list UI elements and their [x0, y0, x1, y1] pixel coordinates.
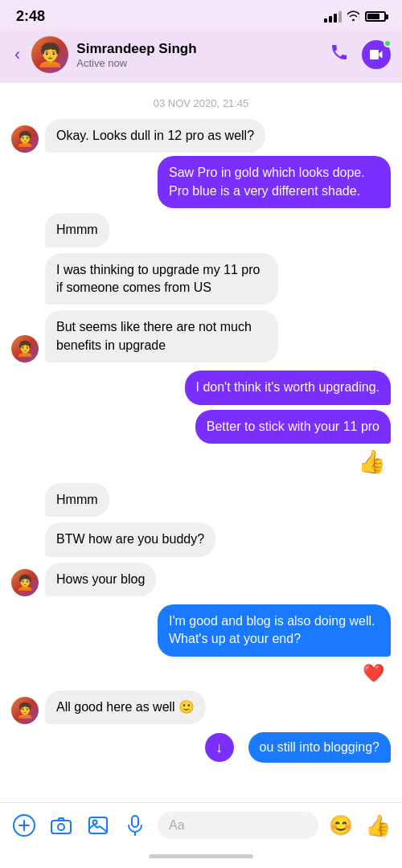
message-row: Better to stick with your 11 pro	[11, 410, 391, 444]
home-bar	[149, 854, 253, 858]
message-row: 🧑‍🦱 Okay. Looks dull in 12 pro as well?	[11, 119, 391, 153]
message-row: 🧑‍🦱 But seems like there are not much be…	[11, 310, 391, 362]
svg-rect-5	[132, 816, 138, 827]
mic-button[interactable]	[121, 811, 150, 840]
message-bubble: I'm good and blog is also doing well. Wh…	[158, 604, 391, 657]
message-bubble: BTW how are you buddy?	[45, 522, 215, 556]
message-bubble: Better to stick with your 11 pro	[195, 410, 391, 444]
sender-avatar: 🧑‍🦱	[11, 569, 39, 596]
chat-header: ‹ 🧑‍🦱 Simrandeep Singh Active now	[0, 30, 402, 83]
svg-point-4	[93, 821, 97, 825]
message-bubble: Hmmm	[45, 213, 109, 247]
message-bubble: Hmmm	[45, 483, 109, 517]
input-placeholder: Aa	[169, 818, 185, 833]
video-call-button[interactable]	[362, 40, 391, 69]
message-row: Saw Pro in gold which looks dope. Pro bl…	[11, 156, 391, 208]
home-indicator	[0, 848, 402, 868]
emoji-button[interactable]: 😊	[326, 811, 355, 840]
svg-point-2	[58, 824, 64, 830]
sender-avatar: 🧑‍🦱	[11, 335, 39, 362]
scroll-down-button[interactable]: ↓	[205, 733, 234, 762]
contact-status: Active now	[76, 57, 322, 69]
battery-icon	[365, 11, 386, 22]
message-bubble: I don't think it's worth upgrading.	[185, 371, 391, 404]
message-group: Hmmm	[45, 213, 391, 249]
contact-info: Simrandeep Singh Active now	[76, 41, 322, 69]
signal-icon	[324, 11, 342, 23]
emoji-message: 👍	[11, 448, 391, 475]
sender-avatar: 🧑‍🦱	[11, 697, 39, 724]
message-row: 🧑‍🦱 All good here as well 🙂	[11, 690, 391, 724]
svg-rect-1	[51, 821, 71, 833]
image-button[interactable]	[84, 811, 113, 840]
message-bubble: Saw Pro in gold which looks dope. Pro bl…	[158, 156, 391, 208]
message-row: ↓ ou still into blogging?	[11, 732, 391, 763]
camera-button[interactable]	[47, 811, 76, 840]
message-row: I'm good and blog is also doing well. Wh…	[11, 604, 391, 657]
date-separator: 03 NOV 2020, 21:45	[11, 97, 391, 109]
status-icons	[324, 10, 386, 23]
message-bubble: All good here as well 🙂	[45, 690, 206, 724]
heart-reaction: ❤️	[11, 663, 391, 684]
chat-area: 03 NOV 2020, 21:45 🧑‍🦱 Okay. Looks dull …	[0, 83, 402, 802]
message-row: 🧑‍🦱 Hows your blog	[11, 563, 391, 596]
status-time: 2:48	[16, 8, 45, 25]
message-bubble: ou still into blogging?	[248, 732, 391, 763]
avatar[interactable]: 🧑‍🦱	[31, 36, 68, 73]
message-group: I was thinking to upgrade my 11 pro if s…	[45, 253, 391, 308]
input-bar: Aa 😊 👍	[0, 802, 402, 848]
sender-avatar: 🧑‍🦱	[11, 125, 39, 153]
message-bubble: Okay. Looks dull in 12 pro as well?	[45, 119, 265, 153]
call-button[interactable]	[330, 43, 349, 67]
like-button[interactable]: 👍	[363, 811, 392, 840]
status-bar: 2:48	[0, 0, 402, 30]
header-actions	[330, 40, 391, 69]
message-bubble: But seems like there are not much benefi…	[45, 310, 278, 362]
message-bubble: Hows your blog	[45, 563, 156, 596]
message-row: I don't think it's worth upgrading.	[11, 371, 391, 404]
back-button[interactable]: ‹	[11, 41, 23, 68]
message-group: BTW how are you buddy?	[45, 522, 391, 559]
wifi-icon	[347, 10, 360, 23]
text-input[interactable]: Aa	[158, 812, 318, 839]
message-bubble: I was thinking to upgrade my 11 pro if s…	[45, 253, 278, 305]
contact-name: Simrandeep Singh	[76, 41, 322, 57]
plus-button[interactable]	[10, 811, 39, 840]
online-dot	[384, 39, 392, 47]
message-group: Hmmm	[45, 483, 391, 519]
